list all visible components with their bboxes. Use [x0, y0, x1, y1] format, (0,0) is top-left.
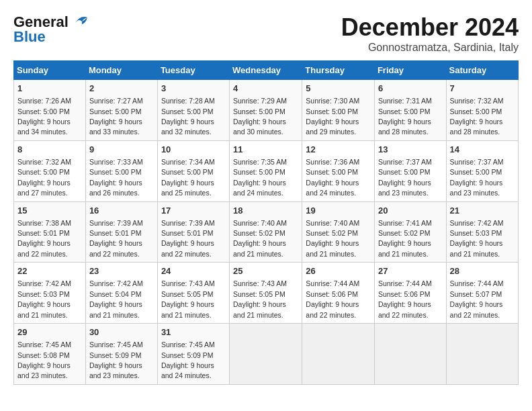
day-detail: Sunrise: 7:40 AM Sunset: 5:02 PM Dayligh…	[233, 219, 287, 258]
day-number: 28	[450, 265, 515, 277]
day-detail: Sunrise: 7:32 AM Sunset: 5:00 PM Dayligh…	[450, 97, 504, 136]
day-detail: Sunrise: 7:44 AM Sunset: 5:06 PM Dayligh…	[378, 279, 432, 318]
day-cell: 12Sunrise: 7:36 AM Sunset: 5:00 PM Dayli…	[302, 140, 375, 201]
day-detail: Sunrise: 7:31 AM Sunset: 5:00 PM Dayligh…	[378, 97, 432, 136]
day-number: 9	[89, 144, 154, 156]
day-cell	[446, 324, 518, 385]
calendar-header: SundayMondayTuesdayWednesdayThursdayFrid…	[14, 61, 519, 80]
day-detail: Sunrise: 7:40 AM Sunset: 5:02 PM Dayligh…	[306, 219, 359, 258]
day-cell: 21Sunrise: 7:42 AM Sunset: 5:03 PM Dayli…	[446, 201, 518, 263]
day-number: 20	[378, 205, 443, 217]
day-cell: 8Sunrise: 7:32 AM Sunset: 5:00 PM Daylig…	[14, 140, 86, 201]
day-number: 16	[89, 205, 154, 217]
day-cell: 5Sunrise: 7:30 AM Sunset: 5:00 PM Daylig…	[302, 80, 375, 141]
day-number: 7	[450, 83, 515, 95]
logo: General Blue	[13, 13, 89, 46]
day-detail: Sunrise: 7:41 AM Sunset: 5:02 PM Dayligh…	[378, 219, 432, 258]
day-number: 24	[161, 265, 226, 277]
day-cell: 7Sunrise: 7:32 AM Sunset: 5:00 PM Daylig…	[446, 80, 518, 141]
day-detail: Sunrise: 7:33 AM Sunset: 5:00 PM Dayligh…	[89, 158, 143, 197]
header-cell-sunday: Sunday	[14, 61, 86, 80]
location-title: Gonnostramatza, Sardinia, Italy	[341, 42, 519, 54]
day-detail: Sunrise: 7:34 AM Sunset: 5:00 PM Dayligh…	[161, 158, 215, 197]
week-row-4: 22Sunrise: 7:42 AM Sunset: 5:03 PM Dayli…	[14, 263, 519, 324]
day-cell	[302, 324, 375, 385]
day-number: 11	[233, 144, 298, 156]
day-detail: Sunrise: 7:30 AM Sunset: 5:00 PM Dayligh…	[306, 97, 359, 136]
day-number: 6	[378, 83, 443, 95]
day-detail: Sunrise: 7:45 AM Sunset: 5:08 PM Dayligh…	[17, 340, 71, 379]
day-number: 19	[306, 205, 371, 217]
calendar-table: SundayMondayTuesdayWednesdayThursdayFrid…	[13, 60, 519, 385]
day-number: 23	[89, 265, 154, 277]
day-cell: 19Sunrise: 7:40 AM Sunset: 5:02 PM Dayli…	[302, 201, 375, 263]
day-detail: Sunrise: 7:45 AM Sunset: 5:09 PM Dayligh…	[161, 340, 215, 379]
day-number: 31	[161, 326, 226, 338]
day-cell	[374, 324, 446, 385]
day-detail: Sunrise: 7:45 AM Sunset: 5:09 PM Dayligh…	[89, 340, 143, 379]
day-detail: Sunrise: 7:28 AM Sunset: 5:00 PM Dayligh…	[161, 97, 215, 136]
day-detail: Sunrise: 7:43 AM Sunset: 5:05 PM Dayligh…	[161, 279, 215, 318]
header-row: SundayMondayTuesdayWednesdayThursdayFrid…	[14, 61, 519, 80]
day-detail: Sunrise: 7:36 AM Sunset: 5:00 PM Dayligh…	[306, 158, 359, 197]
day-cell: 3Sunrise: 7:28 AM Sunset: 5:00 PM Daylig…	[157, 80, 229, 141]
day-detail: Sunrise: 7:26 AM Sunset: 5:00 PM Dayligh…	[17, 97, 71, 136]
day-number: 1	[17, 83, 82, 95]
header-cell-monday: Monday	[85, 61, 157, 80]
page-header: General Blue December 2024 Gonnostramatz…	[13, 13, 519, 54]
day-cell: 4Sunrise: 7:29 AM Sunset: 5:00 PM Daylig…	[230, 80, 302, 141]
day-number: 14	[450, 144, 515, 156]
day-cell: 23Sunrise: 7:42 AM Sunset: 5:04 PM Dayli…	[85, 263, 157, 324]
day-number: 3	[161, 83, 226, 95]
week-row-5: 29Sunrise: 7:45 AM Sunset: 5:08 PM Dayli…	[14, 324, 519, 385]
day-number: 5	[306, 83, 371, 95]
header-cell-wednesday: Wednesday	[230, 61, 302, 80]
header-cell-friday: Friday	[374, 61, 446, 80]
day-cell: 11Sunrise: 7:35 AM Sunset: 5:00 PM Dayli…	[230, 140, 302, 201]
day-cell: 17Sunrise: 7:39 AM Sunset: 5:01 PM Dayli…	[157, 201, 229, 263]
day-cell: 28Sunrise: 7:44 AM Sunset: 5:07 PM Dayli…	[446, 263, 518, 324]
title-area: December 2024 Gonnostramatza, Sardinia, …	[341, 13, 519, 54]
day-cell: 10Sunrise: 7:34 AM Sunset: 5:00 PM Dayli…	[157, 140, 229, 201]
day-cell: 13Sunrise: 7:37 AM Sunset: 5:00 PM Dayli…	[374, 140, 446, 201]
day-number: 25	[233, 265, 298, 277]
day-detail: Sunrise: 7:42 AM Sunset: 5:03 PM Dayligh…	[450, 219, 504, 258]
day-detail: Sunrise: 7:42 AM Sunset: 5:03 PM Dayligh…	[17, 279, 71, 318]
day-number: 15	[17, 205, 82, 217]
header-cell-saturday: Saturday	[446, 61, 518, 80]
day-cell: 24Sunrise: 7:43 AM Sunset: 5:05 PM Dayli…	[157, 263, 229, 324]
day-detail: Sunrise: 7:35 AM Sunset: 5:00 PM Dayligh…	[233, 158, 287, 197]
day-cell: 1Sunrise: 7:26 AM Sunset: 5:00 PM Daylig…	[14, 80, 86, 141]
day-number: 12	[306, 144, 371, 156]
day-cell: 2Sunrise: 7:27 AM Sunset: 5:00 PM Daylig…	[85, 80, 157, 141]
day-detail: Sunrise: 7:42 AM Sunset: 5:04 PM Dayligh…	[89, 279, 143, 318]
day-detail: Sunrise: 7:44 AM Sunset: 5:07 PM Dayligh…	[450, 279, 504, 318]
day-number: 22	[17, 265, 82, 277]
day-cell: 30Sunrise: 7:45 AM Sunset: 5:09 PM Dayli…	[85, 324, 157, 385]
day-cell: 27Sunrise: 7:44 AM Sunset: 5:06 PM Dayli…	[374, 263, 446, 324]
day-number: 17	[161, 205, 226, 217]
day-detail: Sunrise: 7:37 AM Sunset: 5:00 PM Dayligh…	[378, 158, 432, 197]
day-number: 10	[161, 144, 226, 156]
day-detail: Sunrise: 7:44 AM Sunset: 5:06 PM Dayligh…	[306, 279, 359, 318]
day-cell: 16Sunrise: 7:39 AM Sunset: 5:01 PM Dayli…	[85, 201, 157, 263]
day-cell: 14Sunrise: 7:37 AM Sunset: 5:00 PM Dayli…	[446, 140, 518, 201]
day-number: 2	[89, 83, 154, 95]
day-cell: 22Sunrise: 7:42 AM Sunset: 5:03 PM Dayli…	[14, 263, 86, 324]
calendar-body: 1Sunrise: 7:26 AM Sunset: 5:00 PM Daylig…	[14, 80, 519, 385]
week-row-2: 8Sunrise: 7:32 AM Sunset: 5:00 PM Daylig…	[14, 140, 519, 201]
day-number: 21	[450, 205, 515, 217]
day-detail: Sunrise: 7:27 AM Sunset: 5:00 PM Dayligh…	[89, 97, 143, 136]
week-row-3: 15Sunrise: 7:38 AM Sunset: 5:01 PM Dayli…	[14, 201, 519, 263]
day-cell: 9Sunrise: 7:33 AM Sunset: 5:00 PM Daylig…	[85, 140, 157, 201]
day-number: 8	[17, 144, 82, 156]
day-number: 30	[89, 326, 154, 338]
day-number: 13	[378, 144, 443, 156]
day-number: 4	[233, 83, 298, 95]
day-number: 27	[378, 265, 443, 277]
logo-bird-icon	[70, 13, 89, 28]
day-detail: Sunrise: 7:39 AM Sunset: 5:01 PM Dayligh…	[89, 219, 143, 258]
day-detail: Sunrise: 7:29 AM Sunset: 5:00 PM Dayligh…	[233, 97, 287, 136]
day-cell: 6Sunrise: 7:31 AM Sunset: 5:00 PM Daylig…	[374, 80, 446, 141]
day-detail: Sunrise: 7:37 AM Sunset: 5:00 PM Dayligh…	[450, 158, 504, 197]
